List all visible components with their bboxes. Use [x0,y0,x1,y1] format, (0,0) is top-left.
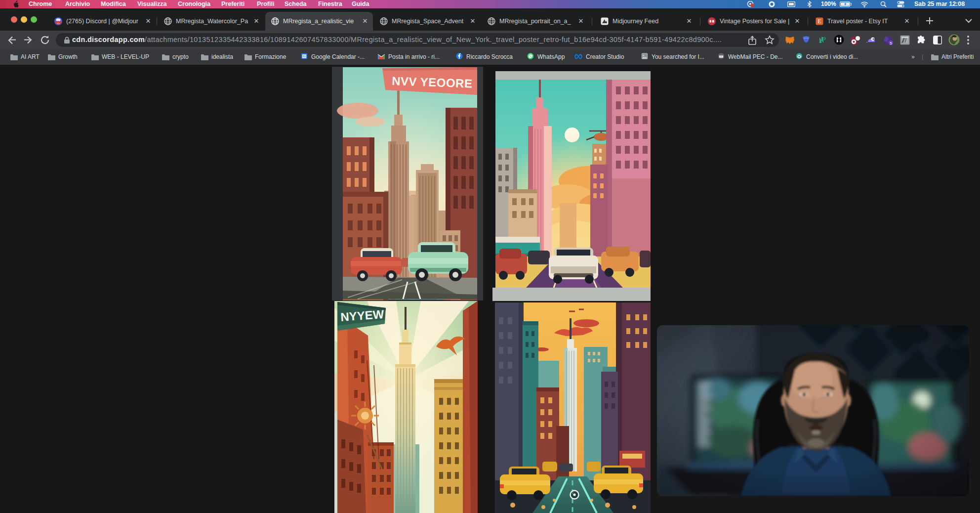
svg-text:NVV YEOORE: NVV YEOORE [392,74,473,90]
svg-text:31: 31 [303,55,306,58]
svg-text:E: E [817,18,821,25]
svg-text:5: 5 [890,41,892,45]
